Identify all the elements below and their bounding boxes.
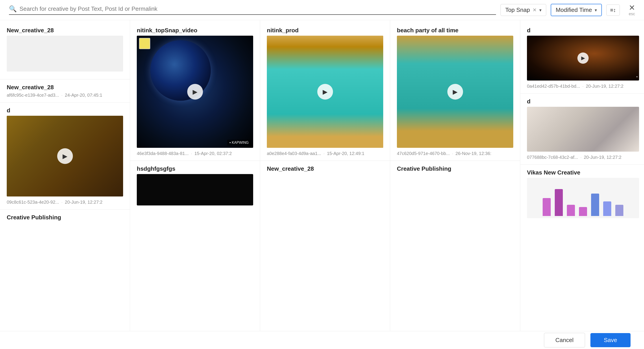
play-button[interactable]: ▶	[187, 84, 203, 100]
chevron-down-icon: ▾	[595, 8, 597, 13]
card-title: Creative Publishing	[397, 165, 513, 172]
close-icon: ✕	[629, 4, 635, 12]
bar-7	[615, 205, 623, 216]
card-title: New_creative_28	[267, 165, 383, 172]
card-title: New_creative_28	[7, 27, 123, 34]
card-thumbnail: ▶ ▪ KAPWING	[137, 36, 253, 148]
search-wrapper: 🔍	[9, 5, 496, 15]
card-meta: 47c620d5-971e-4670-bb... · 26-Nov-19, 12…	[397, 151, 513, 156]
card-title: d	[7, 107, 123, 114]
bar-chart	[527, 178, 639, 218]
column-4: beach party of all time ▶ 47c620d5-971e-…	[390, 20, 520, 331]
column-2: nitink_topSnap_video ▶ ▪ KAPWING 46e3f3d…	[130, 20, 260, 331]
card-date: 26-Nov-19, 12:36:	[456, 151, 491, 156]
close-button[interactable]: ✕ esc	[629, 4, 635, 16]
bar-3	[567, 205, 575, 216]
column-5: d ▶ ▪ 0a41ed42-d57b-41bd-bd... · 20-Jun-…	[520, 20, 644, 331]
card-title: Creative Publishing	[7, 214, 123, 221]
main-grid: New_creative_28 New_creative_28 af6fc95c…	[0, 20, 644, 331]
footer: Cancel Save	[0, 331, 644, 349]
card-d-dark[interactable]: d ▶ ▪ 0a41ed42-d57b-41bd-bd... · 20-Jun-…	[520, 22, 644, 93]
card-id: 09c8c61c-523a-4e20-92...	[7, 200, 59, 205]
search-icon: 🔍	[9, 5, 17, 12]
filter-pill[interactable]: Top Snap ✕ ▾	[500, 4, 546, 16]
save-button[interactable]: Save	[590, 333, 630, 347]
card-thumbnail	[527, 107, 639, 152]
card-title: beach party of all time	[397, 27, 513, 34]
sort-label: Modified Time	[556, 6, 592, 14]
sort-order-button[interactable]: ≡↕	[606, 4, 620, 16]
card-date: 20-Jun-19, 12:27:2	[584, 155, 622, 160]
card-title: New_creative_28	[7, 84, 123, 91]
card-beach-party[interactable]: beach party of all time ▶ 47c620d5-971e-…	[390, 22, 520, 160]
card-date: 15-Apr-20, 12:49:1	[327, 151, 364, 156]
card-id: 0a41ed42-d57b-41bd-bd...	[527, 84, 580, 89]
bar-2	[555, 189, 563, 216]
card-new-creative-28[interactable]: New_creative_28 af6fc95c-e139-4ce7-ad3..…	[0, 80, 130, 102]
bar-5	[591, 194, 599, 216]
top-bar: 🔍 Top Snap ✕ ▾ Modified Time ▾ ≡↕ ✕ esc	[0, 0, 644, 20]
card-nitink-topsnap[interactable]: nitink_topSnap_video ▶ ▪ KAPWING 46e3f3d…	[130, 22, 260, 160]
filter-close-icon[interactable]: ✕	[532, 7, 536, 13]
card-id: 46e3f3da-9488-483a-81...	[137, 151, 188, 156]
card-title: nitink_topSnap_video	[137, 27, 253, 34]
column-1: New_creative_28 New_creative_28 af6fc95c…	[0, 20, 130, 331]
card-meta: 09c8c61c-523a-4e20-92... · 20-Jun-19, 12…	[7, 200, 123, 205]
card-thumbnail: ▶	[7, 116, 123, 196]
card-date: 20-Jun-19, 12:27:2	[586, 84, 623, 89]
card-thumbnail: ▶	[397, 36, 513, 148]
card-thumbnail	[137, 174, 253, 206]
card-meta: 46e3f3da-9488-483a-81... · 15-Apr-20, 02…	[137, 151, 253, 156]
sort-dropdown[interactable]: Modified Time ▾	[551, 4, 602, 16]
card-meta: 077688bc-7c68-43c2-af... · 20-Jun-19, 12…	[527, 155, 639, 160]
cancel-button[interactable]: Cancel	[544, 333, 585, 348]
card-date: 20-Jun-19, 12:27:2	[65, 200, 102, 205]
card-title: nitink_prod	[267, 27, 383, 34]
play-button[interactable]: ▶	[578, 52, 588, 64]
card-nitink-prod[interactable]: nitink_prod ▶ a0e288e4-fa03-4d9a-aa1... …	[260, 22, 390, 160]
filter-label: Top Snap	[505, 6, 530, 14]
card-title: Vikas New Creative	[527, 169, 639, 176]
card-title: d	[527, 98, 639, 105]
play-button[interactable]: ▶	[57, 148, 73, 164]
chevron-down-icon[interactable]: ▾	[539, 8, 542, 13]
card-id: 077688bc-7c68-43c2-af...	[527, 155, 578, 160]
card-thumbnail	[7, 36, 123, 72]
card-thumbnail: ▶	[267, 36, 383, 148]
card-meta: 0a41ed42-d57b-41bd-bd... · 20-Jun-19, 12…	[527, 84, 639, 89]
card-id: af6fc95c-e139-4ce7-ad3...	[7, 93, 59, 98]
kapwing-badge: ▪ KAPWING	[227, 140, 251, 146]
bar-6	[603, 202, 611, 216]
play-button[interactable]: ▶	[317, 84, 333, 100]
card-meta: af6fc95c-e139-4ce7-ad3... · 24-Apr-20, 0…	[7, 93, 123, 98]
card-new-creative-28-top[interactable]: New_creative_28	[0, 22, 130, 79]
card-hsdghfgsgfgs[interactable]: hsdghfgsgfgs	[130, 161, 260, 213]
card-creative-publishing-col4[interactable]: Creative Publishing	[390, 161, 520, 178]
card-title: d	[527, 27, 639, 34]
card-meta: a0e288e4-fa03-4d9a-aa1... · 15-Apr-20, 1…	[267, 151, 383, 156]
card-d-family[interactable]: d ▶ 09c8c61c-523a-4e20-92... · 20-Jun-19…	[0, 102, 130, 209]
play-button[interactable]: ▶	[447, 84, 463, 100]
card-thumbnail	[527, 178, 639, 218]
card-vikas[interactable]: Vikas New Creative	[520, 165, 644, 226]
esc-label: esc	[629, 12, 635, 16]
card-title: hsdghfgsgfgs	[137, 165, 253, 172]
card-date: 15-Apr-20, 02:37:2	[194, 151, 232, 156]
column-3: nitink_prod ▶ a0e288e4-fa03-4d9a-aa1... …	[260, 20, 390, 331]
bar-4	[579, 207, 587, 216]
card-creative-publishing-1[interactable]: Creative Publishing	[0, 210, 130, 227]
badge-icon	[139, 38, 150, 49]
card-new-creative-28-col3[interactable]: New_creative_28	[260, 161, 390, 178]
card-date: 24-Apr-20, 07:45:1	[65, 93, 102, 98]
search-input[interactable]	[20, 6, 496, 12]
bar-1	[543, 198, 551, 216]
card-id: 47c620d5-971e-4670-bb...	[397, 151, 450, 156]
video-icon: ▪	[636, 74, 638, 79]
card-d-couple[interactable]: d 077688bc-7c68-43c2-af... · 20-Jun-19, …	[520, 94, 644, 164]
card-thumbnail: ▶ ▪	[527, 36, 639, 80]
card-id: a0e288e4-fa03-4d9a-aa1...	[267, 151, 321, 156]
